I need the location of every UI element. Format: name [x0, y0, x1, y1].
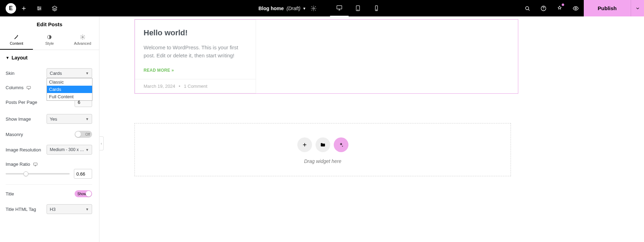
publish-options-button[interactable]	[631, 0, 644, 16]
contrast-icon	[47, 34, 52, 40]
show-image-value: Yes	[50, 116, 57, 122]
masonry-state: Off	[85, 133, 90, 136]
post-card[interactable]: Hello world! Welcome to WordPress. This …	[135, 20, 256, 93]
toggle-knob	[75, 131, 81, 137]
image-ratio-label: Image Ratio	[6, 162, 38, 167]
svg-point-8	[376, 10, 376, 10]
folder-icon	[320, 142, 326, 148]
tab-content[interactable]: Content	[0, 31, 33, 50]
notifications-icon[interactable]	[552, 0, 568, 16]
caret-down-icon: ▼	[6, 56, 9, 60]
chevron-down-icon: ▼	[85, 117, 89, 121]
post-comments: 1 Comment	[184, 84, 207, 89]
control-show-image: Show Image Yes ▼	[0, 111, 98, 127]
tablet-device-button[interactable]	[348, 0, 367, 16]
post-excerpt: Welcome to WordPress. This is your first…	[144, 44, 247, 59]
post-footer: March 19, 2024 • 1 Comment	[135, 79, 256, 93]
separator	[6, 184, 92, 185]
masonry-toggle[interactable]: Off	[75, 131, 92, 138]
section-layout-header[interactable]: ▼ Layout	[0, 51, 98, 65]
ai-button[interactable]	[334, 137, 348, 152]
tab-advanced[interactable]: Advanced	[66, 31, 99, 50]
editor-panel: Edit Posts Content Style Advanced ▼ Layo…	[0, 16, 99, 242]
posts-per-page-label: Posts Per Page	[6, 100, 37, 105]
section-layout-label: Layout	[12, 55, 28, 60]
tab-advanced-label: Advanced	[74, 41, 91, 45]
add-widget-button[interactable]	[297, 137, 312, 152]
skin-option-full-content[interactable]: Full Content	[47, 93, 92, 100]
control-masonry: Masonry Off	[0, 127, 98, 141]
title-html-tag-value: H3	[50, 207, 56, 212]
svg-point-2	[38, 9, 39, 10]
post-sep: •	[179, 84, 180, 89]
svg-point-11	[543, 9, 544, 10]
settings-sliders-icon[interactable]	[32, 0, 47, 16]
svg-rect-15	[27, 86, 31, 88]
document-title: Blog home	[258, 6, 284, 11]
drop-zone-text: Drag widget here	[304, 158, 341, 164]
chevron-down-icon: ▼	[85, 148, 89, 152]
elementor-logo-icon[interactable]: E	[6, 3, 16, 14]
title-html-tag-label: Title HTML Tag	[6, 207, 36, 212]
editor-canvas[interactable]: Hello world! Welcome to WordPress. This …	[99, 16, 644, 242]
svg-point-1	[40, 8, 41, 9]
chevron-down-icon: ▼	[85, 71, 89, 75]
page-settings-icon[interactable]	[308, 0, 319, 16]
desktop-device-button[interactable]	[330, 0, 348, 16]
skin-option-cards[interactable]: Cards	[47, 86, 92, 93]
preview-icon[interactable]	[568, 0, 584, 16]
control-skin: Skin Cards ▼ Classic Cards Full Content	[0, 65, 98, 81]
svg-point-0	[38, 6, 39, 7]
title-toggle[interactable]: Show	[75, 190, 92, 197]
template-library-button[interactable]	[316, 137, 330, 152]
title-state: Show	[77, 192, 86, 196]
svg-point-12	[575, 7, 577, 9]
search-icon[interactable]	[519, 0, 535, 16]
desktop-icon[interactable]	[33, 162, 38, 167]
posts-widget-frame[interactable]: Hello world! Welcome to WordPress. This …	[134, 19, 518, 94]
drop-zone[interactable]: Drag widget here	[134, 123, 511, 176]
image-ratio-value[interactable]: 0.66	[74, 169, 92, 179]
masonry-label: Masonry	[6, 132, 23, 137]
tab-style[interactable]: Style	[33, 31, 66, 50]
columns-label: Columns	[6, 85, 31, 90]
panel-scroll[interactable]: ▼ Layout Skin Cards ▼ Classic Cards Full…	[0, 51, 99, 242]
add-button[interactable]	[16, 0, 32, 16]
pencil-icon	[14, 34, 19, 40]
chevron-down-icon[interactable]: ▾	[303, 6, 305, 11]
image-ratio-slider[interactable]	[6, 173, 70, 175]
help-icon[interactable]	[535, 0, 552, 16]
panel-collapse-handle[interactable]: ‹	[99, 136, 104, 150]
svg-point-9	[526, 6, 529, 9]
skin-option-classic[interactable]: Classic	[47, 78, 92, 86]
toggle-knob	[86, 191, 91, 197]
skin-label: Skin	[6, 71, 14, 76]
image-ratio-slider-row: 0.66	[0, 168, 98, 182]
chevron-down-icon: ▼	[85, 207, 89, 211]
topbar-right: Publish	[519, 0, 644, 16]
panel-title: Edit Posts	[0, 16, 99, 31]
mobile-device-button[interactable]	[367, 0, 386, 16]
image-resolution-value: Medium - 300 x 300	[50, 147, 85, 152]
desktop-icon[interactable]	[26, 85, 31, 90]
control-title: Title Show	[0, 187, 98, 201]
publish-button[interactable]: Publish	[584, 0, 631, 16]
control-title-html-tag: Title HTML Tag H3 ▼	[0, 201, 98, 218]
post-read-more-link[interactable]: READ MORE »	[144, 68, 247, 73]
title-html-tag-select[interactable]: H3 ▼	[47, 204, 92, 214]
layers-icon[interactable]	[47, 0, 62, 16]
sparkle-icon	[338, 142, 344, 148]
notification-badge	[562, 3, 564, 6]
top-bar: E Blog home (Draft) ▾ Publish	[0, 0, 644, 16]
slider-thumb[interactable]	[23, 171, 28, 176]
post-body: Hello world! Welcome to WordPress. This …	[135, 20, 256, 79]
svg-rect-16	[34, 163, 37, 165]
image-resolution-select[interactable]: Medium - 300 x 300 ▼	[47, 145, 92, 155]
responsive-devices	[330, 0, 386, 16]
document-status: (Draft)	[286, 6, 300, 11]
skin-dropdown: Classic Cards Full Content	[47, 78, 92, 101]
skin-select-value: Cards	[50, 71, 62, 76]
skin-select[interactable]: Cards ▼ Classic Cards Full Content	[47, 68, 92, 78]
show-image-select[interactable]: Yes ▼	[47, 114, 92, 124]
drop-zone-buttons	[297, 137, 348, 152]
